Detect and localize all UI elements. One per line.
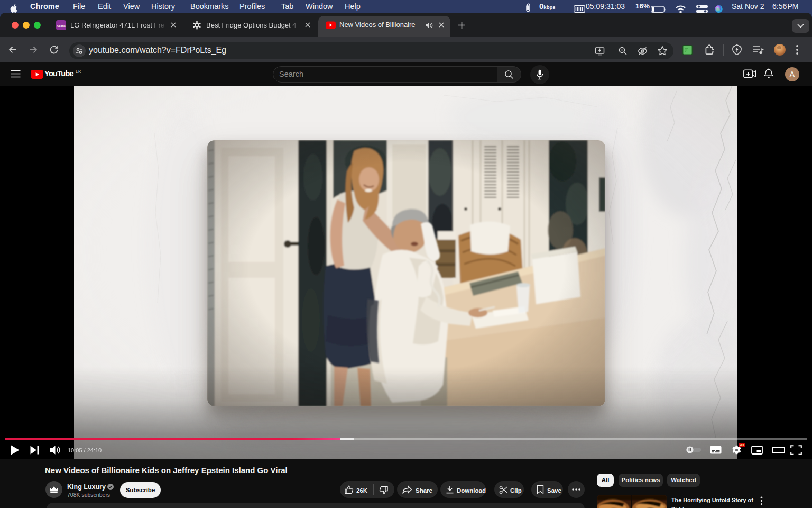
- svg-text:Abans: Abans: [57, 24, 66, 28]
